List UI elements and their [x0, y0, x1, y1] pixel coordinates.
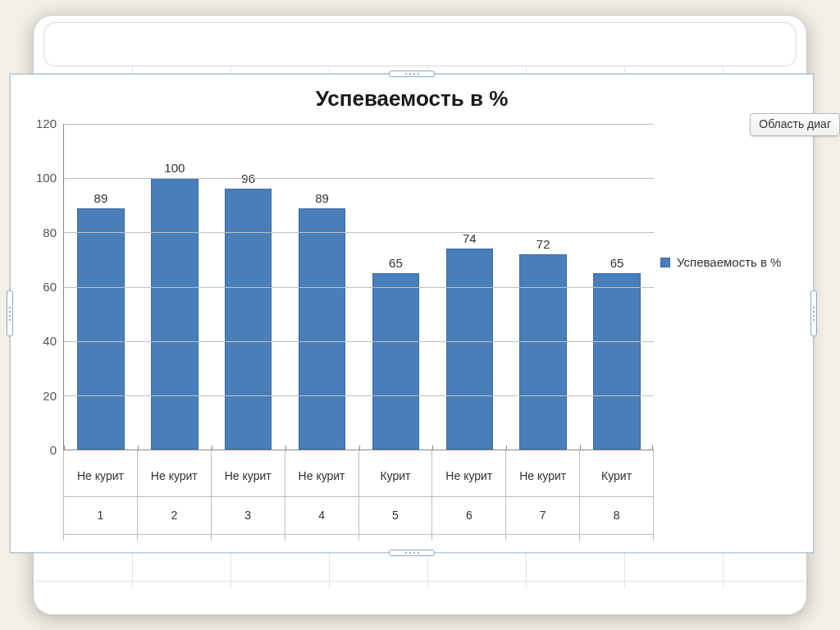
chart-object[interactable]: Успеваемость в % 89100968965747265 Не ку… — [10, 74, 814, 553]
x-category-level2: 8 — [580, 496, 653, 535]
resize-handle-right[interactable] — [810, 290, 817, 336]
x-category-level2: 5 — [359, 496, 432, 535]
x-category-level1: Не курит — [506, 455, 579, 497]
y-axis-labels: 020406080100120 — [22, 124, 654, 450]
x-category-group: Не курит7 — [506, 450, 580, 541]
x-category-level1: Не курит — [212, 455, 285, 497]
x-axis: Не курит1Не курит2Не курит3Не курит4Кури… — [63, 450, 654, 541]
x-category-group: Не курит1 — [63, 450, 138, 541]
x-category-level2: 2 — [138, 496, 211, 535]
x-category-level2: 6 — [432, 496, 505, 535]
x-category-level2: 1 — [64, 496, 137, 535]
x-category-level2: 3 — [212, 496, 285, 535]
y-tick-label: 40 — [22, 334, 57, 348]
legend-swatch — [660, 258, 670, 267]
chart-title: Успеваемость в % — [11, 75, 813, 120]
x-category-level1: Курит — [359, 455, 432, 497]
x-category-group: Не курит6 — [432, 450, 506, 541]
x-category-level1: Курит — [580, 455, 653, 497]
y-tick-label: 120 — [22, 116, 57, 130]
x-category-level1: Не курит — [138, 455, 211, 497]
x-category-group: Не курит3 — [212, 450, 285, 541]
x-category-group: Не курит4 — [285, 450, 359, 541]
y-tick-label: 20 — [22, 389, 57, 403]
legend-label: Успеваемость в % — [677, 255, 781, 269]
legend: Успеваемость в % — [660, 255, 798, 269]
x-category-group: Курит5 — [359, 450, 433, 541]
chart-area-tooltip: Область диаг — [750, 113, 840, 136]
resize-handle-bottom[interactable] — [389, 550, 435, 556]
x-category-level1: Не курит — [285, 455, 358, 497]
x-category-level1: Не курит — [432, 455, 505, 497]
y-tick-label: 80 — [22, 226, 57, 240]
resize-handle-top[interactable] — [389, 71, 435, 77]
y-tick-label: 0 — [22, 443, 57, 457]
x-category-level2: 7 — [506, 496, 579, 535]
y-tick-label: 100 — [22, 171, 57, 185]
x-category-level1: Не курит — [64, 455, 137, 497]
x-category-group: Курит8 — [580, 450, 654, 541]
resize-handle-left[interactable] — [7, 290, 13, 336]
x-category-level2: 4 — [285, 496, 358, 535]
slide-top-panel — [43, 22, 797, 66]
x-category-group: Не курит2 — [138, 450, 212, 541]
y-tick-label: 60 — [22, 280, 57, 294]
chart-body: 89100968965747265 Не курит1Не курит2Не к… — [22, 124, 654, 541]
